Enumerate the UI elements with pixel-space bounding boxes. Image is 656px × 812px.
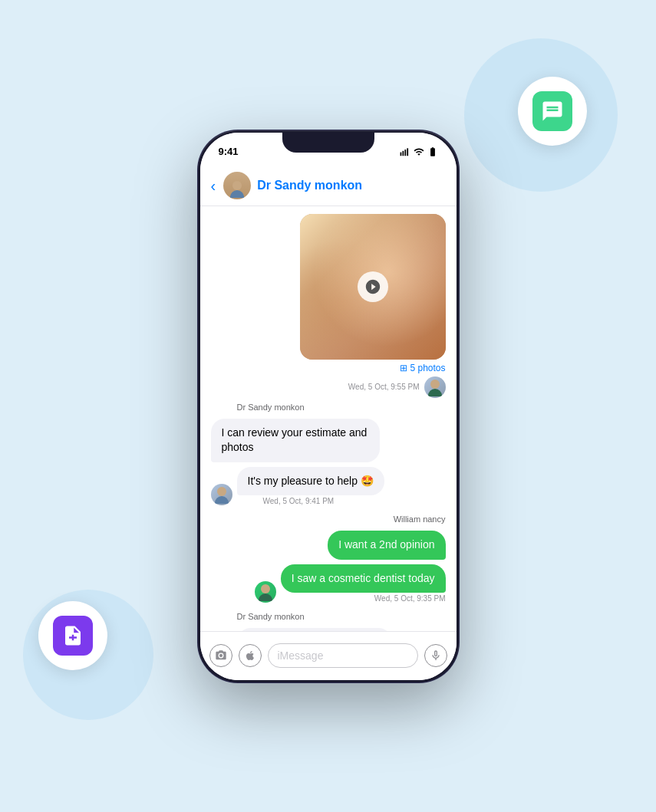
camera-button[interactable]	[209, 644, 232, 667]
floating-chat-badge	[518, 77, 587, 146]
svg-rect-0	[400, 152, 401, 156]
message-row-4: I saw a cosmetic dentist today Wed, 5 Oc…	[211, 564, 446, 603]
avatar-body-2	[215, 496, 229, 504]
play-icon	[358, 271, 388, 302]
scene: 9:41 ‹	[0, 0, 656, 812]
avatar-head-4	[261, 584, 270, 593]
sender-avatar-photo	[424, 376, 446, 398]
avatar-body-sm	[428, 389, 442, 396]
chat-bubble-icon	[541, 100, 564, 123]
status-time: 9:41	[219, 146, 239, 157]
message-row-2: It's my pleasure to help 🤩 Wed, 5 Oct, 9…	[211, 467, 446, 506]
phone-notch	[282, 133, 374, 153]
sender-label-1: Dr Sandy monkon	[237, 403, 446, 412]
sender-avatar-2	[211, 484, 232, 505]
bubble-2: It's my pleasure to help 🤩	[237, 467, 384, 496]
svg-rect-2	[404, 150, 406, 156]
chat-body: ⊞ 5 photos Wed, 5 Oct, 9:55 PM Dr Sand	[200, 206, 457, 631]
contact-name[interactable]: Dr Sandy monkon	[257, 179, 362, 192]
msg-time-4: Wed, 5 Oct, 9:35 PM	[374, 594, 446, 603]
sender-label-3: William nancy	[211, 514, 446, 524]
photo-message: ⊞ 5 photos Wed, 5 Oct, 9:55 PM	[300, 214, 446, 398]
avatar-body	[230, 190, 244, 198]
mic-icon	[430, 649, 442, 662]
bubble-3: I want a 2nd opinion	[328, 531, 445, 560]
phone-screen: 9:41 ‹	[200, 133, 457, 680]
input-placeholder: iMessage	[278, 649, 324, 662]
phone-frame: 9:41 ‹	[198, 130, 459, 682]
avatar	[223, 172, 251, 199]
avatar-head-2	[217, 487, 226, 496]
wifi-icon	[414, 146, 424, 157]
input-bar: iMessage	[200, 631, 457, 680]
chat-header: ‹ Dr Sandy monkon	[200, 166, 457, 206]
avatar-head-sm	[430, 380, 440, 389]
avatar-head	[232, 181, 242, 190]
svg-rect-1	[402, 150, 404, 155]
photo-time: Wed, 5 Oct, 9:55 PM	[348, 376, 446, 398]
bubble-4: I saw a cosmetic dentist today	[281, 564, 446, 593]
avatar-body-4	[259, 593, 272, 601]
app-button[interactable]	[239, 644, 262, 667]
message-row-3: I want a 2nd opinion	[211, 531, 446, 560]
signal-icon	[400, 146, 410, 157]
msg-time-2: Wed, 5 Oct, 9:41 PM	[263, 497, 384, 505]
back-button[interactable]: ‹	[211, 177, 216, 195]
svg-rect-3	[407, 148, 408, 156]
photo-count: ⊞ 5 photos	[400, 363, 445, 373]
bubble-1: I can review your estimate and photos	[211, 419, 380, 462]
sender-label-5: Dr Sandy monkon	[237, 612, 446, 621]
camera-icon	[215, 649, 227, 662]
doc-icon-inner	[53, 616, 93, 656]
avatar-face	[223, 172, 251, 199]
battery-icon	[427, 146, 438, 157]
message-input-field[interactable]: iMessage	[268, 643, 418, 668]
floating-doc-badge	[38, 601, 107, 670]
mic-button[interactable]	[424, 644, 447, 667]
document-plus-icon	[61, 624, 84, 647]
app-store-icon	[244, 649, 256, 662]
status-icons	[400, 146, 438, 157]
sender-avatar-4	[255, 581, 276, 603]
photo-box[interactable]	[300, 214, 446, 360]
dental-photo	[300, 214, 446, 360]
chat-icon-inner	[532, 91, 572, 131]
message-row-1: I can review your estimate and photos	[211, 419, 446, 462]
